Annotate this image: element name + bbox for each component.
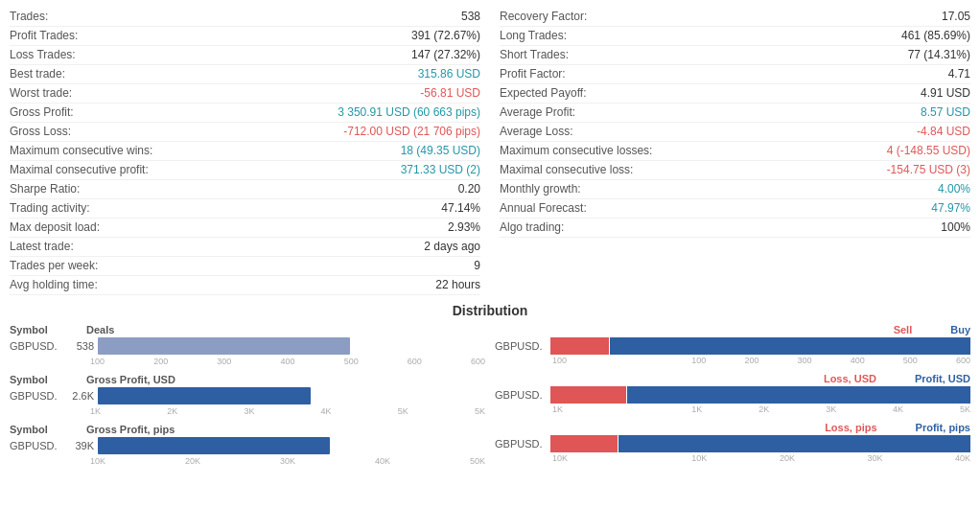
stat-value: 391 (72.67%)	[411, 29, 480, 42]
stat-label: Avg holding time:	[10, 278, 98, 291]
dual-bar-area	[550, 435, 970, 452]
distribution-title: Distribution	[10, 303, 970, 318]
stat-value: 4 (-148.55 USD)	[887, 144, 970, 157]
stat-label: Short Trades:	[500, 48, 569, 61]
stat-label: Profit Factor:	[500, 67, 566, 81]
dist-header-buy: Buy	[950, 324, 970, 335]
stat-row: Average Profit:8.57 USD	[500, 104, 970, 123]
stat-label: Maximum consecutive wins:	[10, 144, 152, 157]
dual-bar-area	[550, 337, 970, 355]
stat-row: Average Loss:-4.84 USD	[500, 123, 970, 142]
dist-chart-header: SymbolDeals	[10, 324, 485, 335]
stat-label: Maximum consecutive losses:	[500, 144, 652, 157]
stat-value: 2.93%	[448, 220, 480, 234]
dist-chart-block-right: Loss, USDProfit, USDGBPUSD.1K1K2K3K4K5K	[495, 373, 970, 414]
stat-value: 4.00%	[938, 182, 970, 196]
stat-value: 47.97%	[931, 201, 970, 215]
stat-label: Average Profit:	[500, 105, 575, 119]
stat-value: 17.05	[942, 10, 970, 23]
dist-count: 2.6K	[67, 390, 94, 402]
stat-value: 371.33 USD (2)	[401, 163, 480, 176]
stat-value: 47.14%	[441, 201, 480, 215]
stat-label: Annual Forecast:	[500, 201, 587, 215]
sell-bar	[550, 386, 626, 404]
dist-header-sell: Loss, USD	[824, 373, 876, 384]
stat-row: Gross Profit:3 350.91 USD (60 663 pips)	[10, 104, 480, 123]
stat-value: 4.91 USD	[921, 86, 970, 100]
stat-value: -56.81 USD	[420, 86, 480, 100]
stat-row: Recovery Factor:17.05	[500, 8, 970, 27]
stat-value: 3 350.91 USD (60 663 pips)	[338, 105, 480, 119]
stat-value: 0.20	[458, 182, 480, 196]
dist-right-header: Loss, pipsProfit, pips	[495, 422, 970, 433]
stat-row: Trading activity:47.14%	[10, 199, 480, 219]
dual-axis: 100100200300400500600	[495, 356, 970, 365]
stat-value: -712.00 USD (21 706 pips)	[343, 125, 480, 138]
dist-chart-block-right: SellBuyGBPUSD.100100200300400500600	[495, 324, 970, 365]
stat-value: 100%	[941, 220, 970, 234]
dist-right-symbol: GBPUSD.	[495, 389, 548, 401]
dist-right-symbol: GBPUSD.	[495, 438, 548, 450]
stat-row: Worst trade:-56.81 USD	[10, 84, 480, 104]
dist-bar	[98, 387, 311, 404]
stat-label: Algo trading:	[500, 220, 564, 234]
stat-row: Maximum consecutive wins:18 (49.35 USD)	[10, 142, 480, 161]
dist-header-label: Gross Profit, USD	[86, 374, 175, 385]
stat-row: Loss Trades:147 (27.32%)	[10, 46, 480, 65]
distribution-section: Distribution SymbolDealsGBPUSD.538100200…	[0, 299, 980, 481]
stat-row: Maximum consecutive losses:4 (-148.55 US…	[500, 142, 970, 161]
stat-row: Latest trade:2 days ago	[10, 238, 480, 257]
stat-label: Gross Profit:	[10, 105, 74, 119]
dist-header-label: Deals	[86, 324, 114, 335]
stat-row: Maximal consecutive loss:-154.75 USD (3)	[500, 161, 970, 180]
dist-chart-header: SymbolGross Profit, USD	[10, 374, 485, 385]
stats-container: Trades:538Profit Trades:391 (72.67%)Loss…	[0, 0, 980, 299]
dist-axis: 100200300400500600600	[10, 357, 485, 366]
dist-count: 538	[67, 340, 94, 352]
dist-right-header: SellBuy	[495, 324, 970, 335]
stat-row: Long Trades:461 (85.69%)	[500, 27, 970, 46]
stat-row: Trades:538	[10, 8, 480, 27]
dist-axis: 1K2K3K4K5K5K	[10, 406, 485, 416]
dist-bar	[98, 437, 330, 454]
stat-row: Annual Forecast:47.97%	[500, 199, 970, 219]
dual-axis: 1K1K2K3K4K5K	[495, 404, 970, 414]
dist-bar-area	[98, 437, 485, 454]
sell-bar	[550, 435, 618, 452]
dist-chart-block-right: Loss, pipsProfit, pipsGBPUSD.10K10K20K30…	[495, 422, 970, 463]
dist-count: 39K	[67, 440, 94, 451]
stats-right-col: Recovery Factor:17.05Long Trades:461 (85…	[500, 8, 970, 295]
dist-header-sell: Loss, pips	[825, 422, 876, 433]
stat-label: Maximal consecutive loss:	[500, 163, 633, 176]
dist-header-buy: Profit, pips	[916, 422, 970, 433]
dist-header-symbol: Symbol	[10, 324, 67, 335]
stat-row: Short Trades:77 (14.31%)	[500, 46, 970, 65]
dist-chart-block: SymbolDealsGBPUSD.5381002003004005006006…	[10, 324, 485, 366]
stat-label: Latest trade:	[10, 240, 74, 253]
stat-row: Profit Trades:391 (72.67%)	[10, 27, 480, 46]
stat-value: 2 days ago	[424, 240, 480, 253]
dist-symbol: GBPUSD.	[10, 390, 63, 402]
dual-bar-area	[550, 386, 970, 404]
dist-axis: 10K20K30K40K50K	[10, 456, 485, 466]
stat-label: Profit Trades:	[10, 29, 78, 42]
stat-label: Average Loss:	[500, 125, 573, 138]
stat-row: Algo trading:100%	[500, 219, 970, 238]
stat-label: Trading activity:	[10, 201, 90, 215]
buy-bar	[627, 386, 970, 404]
stat-value: -154.75 USD (3)	[887, 163, 970, 176]
stat-value: 4.71	[948, 67, 970, 81]
stat-value: 18 (49.35 USD)	[401, 144, 480, 157]
dist-header-label: Gross Profit, pips	[86, 424, 175, 435]
stat-label: Gross Loss:	[10, 125, 71, 138]
stats-left-col: Trades:538Profit Trades:391 (72.67%)Loss…	[10, 8, 500, 295]
dist-right-row: GBPUSD.	[495, 435, 970, 452]
dist-symbol: GBPUSD.	[10, 440, 63, 451]
stat-row: Monthly growth:4.00%	[500, 180, 970, 199]
stat-label: Sharpe Ratio:	[10, 182, 80, 196]
sell-bar	[550, 337, 609, 355]
dist-right-symbol: GBPUSD.	[495, 340, 548, 352]
dual-axis: 10K10K20K30K40K	[495, 453, 970, 463]
distribution-left: SymbolDealsGBPUSD.5381002003004005006006…	[10, 324, 485, 473]
stat-row: Max deposit load:2.93%	[10, 219, 480, 238]
